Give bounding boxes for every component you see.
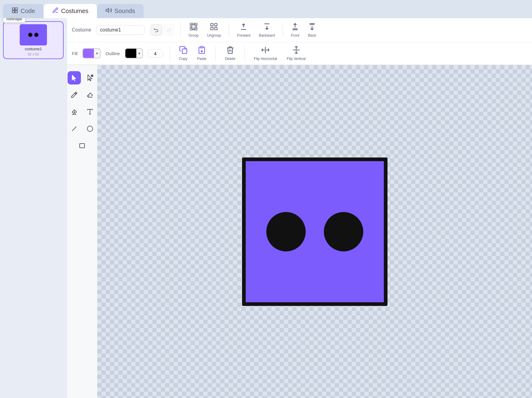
costume-name-input[interactable] xyxy=(96,25,145,35)
svg-rect-20 xyxy=(182,49,187,54)
costume-item[interactable]: costume1 52 x 52 xyxy=(3,21,64,59)
sep-3 xyxy=(283,22,283,38)
paste-label: Paste xyxy=(197,57,207,61)
delete-label: Delete xyxy=(225,57,235,61)
flip-v-button[interactable]: Flip Vertical xyxy=(284,45,308,62)
rect-tool[interactable] xyxy=(75,139,89,152)
outline-width-input[interactable] xyxy=(148,49,163,58)
sprite-eye-right xyxy=(324,212,363,251)
group-icon xyxy=(189,22,198,32)
costume-size-label: 52 x 52 xyxy=(28,52,39,56)
svg-rect-7 xyxy=(190,27,193,30)
back-icon xyxy=(308,22,316,32)
back-label: Back xyxy=(308,33,316,38)
sprite-canvas xyxy=(242,158,387,306)
fill-tool[interactable] xyxy=(68,105,81,118)
circle-tool[interactable] xyxy=(83,122,97,135)
eraser-tool[interactable] xyxy=(83,88,97,101)
tab-code[interactable]: Code xyxy=(3,4,44,18)
outline-label: Outline xyxy=(105,51,120,56)
fill-label: Fill xyxy=(72,51,78,56)
outline-dropdown-arrow: ▼ xyxy=(136,48,142,58)
tools-panel xyxy=(67,65,97,398)
costume-thumbnail xyxy=(20,24,47,45)
group-button[interactable]: Group xyxy=(186,21,201,39)
redo-button[interactable] xyxy=(163,24,175,36)
undo-button[interactable] xyxy=(151,24,162,36)
flip-v-icon xyxy=(292,46,301,55)
sep-2 xyxy=(229,22,229,38)
sounds-icon xyxy=(105,7,112,15)
svg-rect-0 xyxy=(12,8,15,10)
paste-icon xyxy=(198,46,206,55)
tab-sounds[interactable]: Sounds xyxy=(97,4,144,18)
brush-tool[interactable] xyxy=(68,88,81,101)
undo-redo-group xyxy=(151,24,175,36)
front-button[interactable]: Front xyxy=(288,21,302,39)
tab-code-label: Code xyxy=(21,8,35,15)
text-tool[interactable] xyxy=(83,105,97,118)
select-tool[interactable] xyxy=(68,71,81,85)
outline-color-button[interactable]: ▼ xyxy=(125,48,143,58)
tab-bar: Code Costumes Sounds xyxy=(0,0,532,18)
forward-button[interactable]: Forward xyxy=(234,21,253,39)
costume-sidebar: Reshape costume1 52 x 52 xyxy=(0,18,67,398)
flip-h-icon xyxy=(261,46,270,55)
back-button[interactable]: Back xyxy=(305,21,319,39)
svg-rect-12 xyxy=(211,27,213,30)
fill-dropdown-arrow: ▼ xyxy=(94,48,100,58)
main-content: Reshape costume1 52 x 52 Costume xyxy=(0,18,532,398)
svg-rect-33 xyxy=(80,144,85,148)
thumb-eye-right xyxy=(34,33,38,37)
code-icon xyxy=(12,7,18,15)
ungroup-label: Ungroup xyxy=(207,33,221,38)
sep-fill-2 xyxy=(215,46,216,61)
copy-label: Copy xyxy=(179,57,188,61)
forward-icon xyxy=(239,22,248,32)
toolbar-top: Costume xyxy=(67,18,532,42)
costume-field-label: Costume xyxy=(72,27,91,33)
front-label: Front xyxy=(291,33,299,38)
backward-icon xyxy=(263,22,271,32)
flip-h-button[interactable]: Flip Horizontal xyxy=(251,45,280,62)
sep-fill-3 xyxy=(244,46,245,61)
delete-button[interactable]: Delete xyxy=(222,45,238,62)
svg-rect-2 xyxy=(12,11,15,13)
reshape-tooltip: Reshape xyxy=(3,18,25,23)
flip-h-label: Flip Horizontal xyxy=(254,57,277,61)
copy-button[interactable]: Copy xyxy=(177,45,190,62)
tool-row-5 xyxy=(75,139,89,152)
svg-rect-13 xyxy=(215,27,217,30)
svg-rect-1 xyxy=(15,8,17,10)
paste-button[interactable]: Paste xyxy=(195,45,209,62)
svg-marker-26 xyxy=(72,75,76,81)
toolbar-fill: Fill ▼ Outline ▼ xyxy=(67,42,532,65)
tool-row-4 xyxy=(68,122,97,135)
delete-icon xyxy=(226,46,234,55)
tab-costumes[interactable]: Costumes xyxy=(44,4,97,18)
copy-icon xyxy=(179,46,188,55)
backward-button[interactable]: Backward xyxy=(256,21,277,39)
costume-name-label: costume1 xyxy=(25,47,42,51)
tool-row-1 xyxy=(68,71,97,85)
svg-rect-8 xyxy=(194,27,197,30)
ungroup-icon xyxy=(210,22,218,32)
tab-costumes-label: Costumes xyxy=(61,8,88,15)
fill-color-swatch xyxy=(83,48,94,58)
forward-label: Forward xyxy=(237,33,250,38)
line-tool[interactable] xyxy=(68,122,81,135)
front-icon xyxy=(291,22,299,32)
svg-rect-5 xyxy=(190,23,193,26)
svg-rect-6 xyxy=(194,23,197,26)
group-label: Group xyxy=(188,33,198,38)
fill-color-button[interactable]: ▼ xyxy=(82,48,101,58)
ungroup-button[interactable]: Ungroup xyxy=(204,21,223,39)
reshape-tool[interactable] xyxy=(83,71,97,85)
thumbnail-inner xyxy=(28,33,38,37)
svg-rect-3 xyxy=(15,11,17,13)
sprite-body xyxy=(242,158,387,306)
thumb-eye-left xyxy=(28,33,32,37)
sep-1 xyxy=(180,22,181,38)
canvas-container[interactable] xyxy=(97,65,532,398)
svg-rect-21 xyxy=(200,46,203,48)
